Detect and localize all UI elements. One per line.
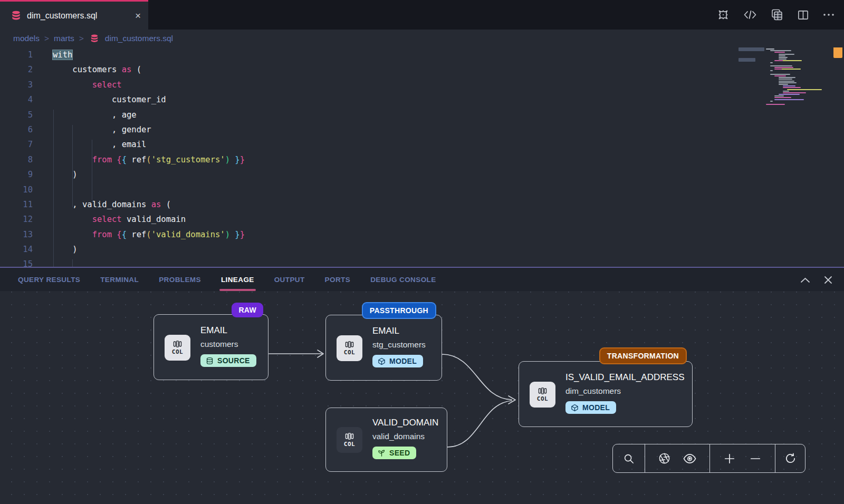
line-number: 1 [0,47,33,62]
chevron-up-icon[interactable] [800,277,810,283]
panel-tab-lineage[interactable]: LINEAGE [221,268,254,291]
node-title: EMAIL [200,325,262,336]
lineage-toolbar [612,444,805,473]
database-icon [90,34,99,43]
breadcrumb-item-file[interactable]: dim_customers.sql [105,34,173,43]
seedling-icon [378,449,386,457]
columns-icon [538,387,547,395]
zoom-in-plus-icon[interactable] [724,453,735,464]
lineage-node-customers[interactable]: RAW COL EMAIL customers SOURCE [154,314,268,380]
badge-transformation: TRANSFORMATION [599,347,687,364]
columns-icon [345,432,354,440]
code-line: 1with [0,47,844,62]
line-number: 11 [0,197,33,212]
editor-action-icons [717,0,835,30]
column-icon-box: COL [165,335,190,361]
copy-table-icon[interactable] [771,8,783,21]
database-icon [206,357,214,365]
breadcrumb-separator: > [79,34,84,43]
cube-icon [571,404,579,412]
code-line: 8 from {{ ref('stg_customers') }} [0,152,844,167]
col-label: COL [344,349,355,356]
ellipsis-icon[interactable] [823,13,835,16]
close-icon[interactable] [824,276,832,284]
line-number: 15 [0,257,33,267]
line-number: 5 [0,108,33,122]
line-number: 4 [0,92,33,107]
line-number: 3 [0,77,33,92]
code-line: 9 ) [0,167,844,182]
node-subtitle: customers [200,340,262,349]
zoom-out-minus-icon[interactable] [750,457,761,461]
code-editor[interactable]: 1with 2 customers as ( 3 select 4 custom… [0,47,844,267]
line-number: 13 [0,227,33,242]
badge-source: SOURCE [200,354,256,367]
lineage-canvas[interactable]: RAW COL EMAIL customers SOURCE PASSTHROU… [0,291,844,504]
col-label: COL [344,441,355,448]
node-subtitle: valid_domains [372,432,440,441]
code-line: 12 select valid_domain [0,212,844,227]
breadcrumb-item-marts[interactable]: marts [54,34,74,43]
column-icon-box: COL [337,335,362,361]
overview-ruler-selection-marker [833,47,842,58]
node-title: EMAIL [372,326,435,336]
overview-ruler-mark [738,47,764,51]
dbt-logo-icon[interactable] [717,8,730,21]
breadcrumb-separator: > [44,34,49,43]
eye-icon[interactable] [683,453,696,464]
panel-tab-debug-console[interactable]: DEBUG CONSOLE [370,268,436,291]
code-line: 11 , valid_domains as ( [0,197,844,212]
columns-icon [345,341,354,348]
col-label: COL [172,348,183,355]
tab-strip: dim_customers.sql × [0,0,844,30]
minimap[interactable] [766,49,809,105]
aperture-icon[interactable] [658,452,670,464]
cube-icon [378,357,386,365]
refresh-icon[interactable] [784,452,797,464]
code-icon[interactable] [743,9,757,21]
badge-model: MODEL [565,401,616,414]
lineage-node-stg-customers[interactable]: PASSTHROUGH COL EMAIL stg_customers MODE… [325,315,442,381]
code-line: 10 [0,182,844,197]
database-icon [11,10,22,21]
panel-tab-output[interactable]: OUTPUT [274,268,305,291]
line-number: 10 [0,182,33,197]
lineage-node-dim-customers[interactable]: TRANSFORMATION COL IS_VALID_EMAIL_ADDRES… [519,361,693,427]
column-icon-box: COL [530,382,555,408]
panel-tab-terminal[interactable]: TERMINAL [100,268,139,291]
tab-close-icon[interactable]: × [135,11,141,21]
panel-tab-query-results[interactable]: QUERY RESULTS [18,268,80,291]
panel-tab-problems[interactable]: PROBLEMS [159,268,201,291]
split-editor-icon[interactable] [797,9,809,21]
col-label: COL [537,395,548,402]
code-line: 14 ) [0,242,844,257]
breadcrumb-item-models[interactable]: models [13,34,40,43]
code-line: 4 customer_id [0,92,844,107]
editor-tab-dim-customers[interactable]: dim_customers.sql × [0,0,148,30]
code-line: 7 , email [0,137,844,152]
bottom-panel-header: QUERY RESULTS TERMINAL PROBLEMS LINEAGE … [0,267,844,291]
code-line: 5 , age [0,108,844,122]
node-title: VALID_DOMAIN [372,418,440,428]
panel-tab-ports[interactable]: PORTS [325,268,351,291]
line-number: 7 [0,137,33,152]
code-line: 6 , gender [0,122,844,137]
code-line: 13 from {{ ref('valid_domains') }} [0,227,844,242]
line-number: 12 [0,212,33,227]
lineage-node-valid-domains[interactable]: COL VALID_DOMAIN valid_domains SEED [325,408,447,472]
badge-passthrough: PASSTHROUGH [362,302,436,319]
search-icon[interactable] [623,453,635,464]
badge-model: MODEL [372,355,423,367]
line-number: 6 [0,122,33,137]
node-subtitle: stg_customers [372,340,435,350]
selected-text: with [53,50,72,60]
column-icon-box: COL [337,427,362,453]
columns-icon [173,340,182,348]
line-number: 14 [0,242,33,257]
node-title: IS_VALID_EMAIL_ADDRESS [565,372,686,383]
tab-title: dim_customers.sql [27,11,135,21]
badge-seed: SEED [372,447,416,459]
breadcrumb: models > marts > dim_customers.sql [0,30,844,47]
line-number: 2 [0,62,33,77]
line-number: 9 [0,167,33,182]
